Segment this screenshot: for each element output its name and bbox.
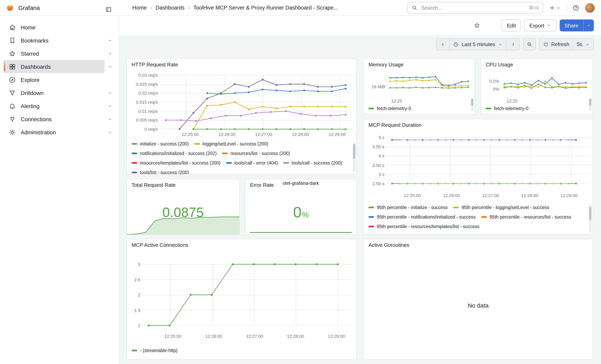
sidebar-item[interactable]: Alerting (3, 99, 116, 112)
chevron-down-icon[interactable] (105, 51, 116, 56)
panel-active-goroutines: Active Goroutines No data (363, 239, 593, 360)
chevron-down-icon[interactable] (105, 117, 116, 121)
chevron-down-icon (556, 5, 561, 10)
legend-item[interactable]: fetch-telemetry-0 (369, 105, 411, 112)
cpu-usage-chart[interactable] (502, 76, 589, 95)
refresh-interval-picker[interactable]: 5s (573, 39, 593, 50)
legend-label: tools/list - success (200) (140, 169, 189, 175)
legend-item[interactable]: resources/list - success (200) (222, 150, 290, 157)
legend-label: - (streamable-http) (140, 347, 178, 354)
search-input[interactable]: ⌘+k (407, 2, 543, 14)
sidebar-item-label: Explore (21, 77, 40, 83)
stat-value: 0.0875 (127, 205, 239, 220)
grafana-logo[interactable] (6, 3, 14, 12)
refresh-button[interactable]: Refresh (539, 39, 573, 50)
time-range-picker[interactable]: Last 5 minutes (449, 39, 506, 50)
legend-swatch (369, 108, 374, 109)
chevron-down-icon[interactable] (105, 104, 116, 108)
favorite-star-icon[interactable] (472, 21, 482, 30)
panel-title[interactable]: HTTP Request Rate (131, 62, 178, 68)
legend-item[interactable]: fetch-telemetry-0 (486, 105, 529, 112)
x-axis-label: 12:25 (391, 98, 402, 103)
help-button[interactable] (571, 3, 581, 13)
chevron-down-icon[interactable] (105, 130, 116, 135)
sidebar-item[interactable]: Explore (3, 73, 116, 86)
panel-title[interactable]: MCP Active Connections (131, 242, 188, 248)
sidebar-item-label: Connections (21, 116, 52, 122)
legend-item[interactable]: 95th percentile - initialize - success (369, 204, 448, 211)
legend-label: 95th percentile - logging/setLevel - suc… (462, 204, 549, 211)
legend-item[interactable]: logging/setLevel - success (200) (194, 141, 268, 147)
sidebar-item-icon (9, 37, 16, 44)
sidebar-toggle-icon[interactable] (103, 4, 114, 14)
panel-title[interactable]: Memory Usage (369, 62, 403, 68)
memory-usage-chart[interactable] (388, 75, 471, 97)
sidebar: Home Bookmarks Starred Dashboards (0, 16, 119, 364)
breadcrumb-item[interactable]: › Home (132, 5, 147, 11)
panel-title[interactable]: Error Rate (250, 182, 274, 188)
legend-item[interactable]: resources/templates/list - success (200) (131, 160, 220, 166)
legend-item[interactable]: tools/call - success (200) (283, 160, 342, 166)
chevron-down-icon (585, 42, 590, 47)
panel-title[interactable]: MCP Request Duration (369, 122, 421, 128)
sidebar-item[interactable]: Drilldown (3, 86, 116, 99)
legend-label: resources/templates/list - success (200) (140, 160, 220, 166)
chevron-down-icon[interactable] (105, 64, 116, 69)
legend-scrollbar[interactable] (589, 98, 591, 111)
sidebar-item-icon (9, 24, 16, 31)
chevron-down-icon[interactable] (105, 90, 116, 95)
legend-scrollbar[interactable] (353, 142, 355, 172)
clock-icon (453, 41, 459, 47)
sidebar-item[interactable]: Home (3, 21, 116, 34)
legend-item[interactable]: tools/call - error (404) (226, 160, 278, 166)
sidebar-item[interactable]: Bookmarks (3, 34, 116, 47)
edit-button[interactable]: Edit (502, 20, 521, 31)
y-axis-label: 16 MiB (367, 84, 385, 89)
chevron-down-icon[interactable] (105, 38, 116, 43)
stat-unit: % (302, 211, 309, 219)
panel-title[interactable]: Total Request Rate (131, 182, 175, 188)
legend-label: fetch-telemetry-0 (377, 105, 411, 112)
sidebar-item[interactable]: Starred (3, 47, 116, 60)
share-button[interactable]: Share (560, 20, 594, 31)
time-controls: Last 5 minutes Refresh 5s (436, 38, 594, 50)
panel-title[interactable]: Active Goroutines (369, 242, 409, 248)
legend-item[interactable]: initialize - success (200) (131, 141, 189, 147)
http-request-rate-chart[interactable] (160, 75, 353, 129)
time-shift-forward-button[interactable] (506, 39, 519, 50)
legend-item[interactable]: tools/list - success (200) (131, 169, 189, 175)
sidebar-item-icon (9, 102, 16, 109)
legend-item[interactable]: 95th percentile - logging/setLevel - suc… (453, 204, 549, 211)
legend-swatch (222, 153, 228, 154)
panel-cpu-usage: CPU Usage 0.2% 0% 12:25 fetch-telemetry-… (481, 59, 593, 114)
breadcrumb-item[interactable]: › Dashboards (147, 5, 184, 11)
legend-swatch (226, 162, 231, 164)
header-actions: ⌘+k (407, 2, 601, 14)
sidebar-item[interactable]: Dashboards (3, 60, 116, 73)
search-icon (412, 5, 417, 10)
mcp-request-duration-chart[interactable] (386, 138, 590, 184)
export-button[interactable]: Export (524, 20, 556, 31)
legend-item[interactable]: - (streamable-http) (131, 347, 178, 354)
legend-swatch (481, 216, 487, 218)
chevron-down-icon[interactable] (583, 20, 594, 31)
legend-scrollbar[interactable] (471, 98, 473, 111)
legend-item[interactable]: 95th percentile - resources/templates/li… (369, 223, 479, 230)
legend-item[interactable]: 95th percentile - resources/list - succe… (481, 214, 571, 220)
add-button[interactable] (547, 3, 562, 12)
legend-scrollbar[interactable] (589, 205, 591, 233)
avatar[interactable] (585, 3, 595, 12)
legend-swatch (131, 350, 137, 351)
sidebar-item[interactable]: Administration (3, 126, 116, 139)
breadcrumb-item[interactable]: › ToolHive MCP Server & Proxy Runner Das… (184, 5, 338, 11)
panel-memory-usage: Memory Usage 16 MiB 12:25 fetch-telemetr… (363, 59, 475, 114)
time-shift-back-button[interactable] (436, 39, 449, 50)
sidebar-item[interactable]: Connections (3, 112, 116, 126)
panel-title[interactable]: CPU Usage (486, 62, 513, 68)
legend-item[interactable]: 95th percentile - notifications/initiali… (369, 214, 476, 220)
mcp-active-connections-chart[interactable] (142, 264, 353, 325)
search-field[interactable] (421, 4, 525, 11)
zoom-out-button[interactable] (523, 38, 536, 50)
legend-item[interactable]: notifications/initialized - success (202… (131, 150, 217, 157)
legend-label: tools/call - error (404) (234, 160, 278, 166)
